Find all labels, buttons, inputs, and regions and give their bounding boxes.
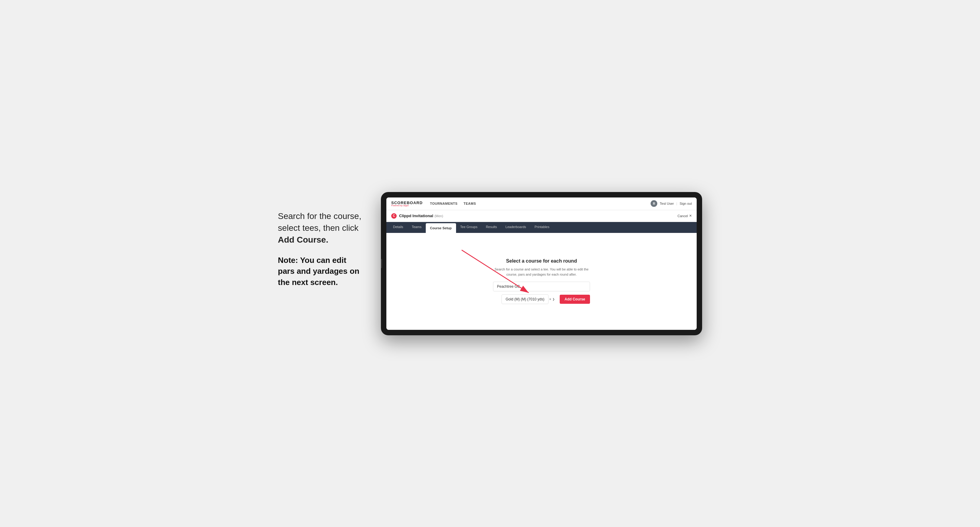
tab-navigation: Details Teams Course Setup Tee Groups Re…	[387, 222, 697, 233]
tab-course-setup[interactable]: Course Setup	[426, 223, 456, 233]
main-content: Select a course for each round Search fo…	[387, 233, 697, 330]
tournament-type: (Men)	[434, 214, 443, 218]
nav-right: R Test User | Sign out	[651, 200, 692, 207]
annotation-panel: Search for the course, select tees, then…	[278, 192, 363, 297]
tab-leaderboards[interactable]: Leaderboards	[501, 222, 530, 233]
course-search-input[interactable]	[493, 282, 590, 291]
tee-select[interactable]: Gold (M) (M) (7010 yds)	[501, 294, 549, 304]
tournament-icon: C	[391, 213, 397, 219]
tab-results[interactable]: Results	[482, 222, 501, 233]
sign-out-link[interactable]: Sign out	[680, 202, 692, 205]
section-title: Select a course for each round	[493, 258, 590, 264]
tablet-screen: SCOREBOARD Powered by clippd TOURNAMENTS…	[387, 197, 697, 330]
cancel-button[interactable]: Cancel ✕	[678, 214, 692, 218]
nav-teams[interactable]: TEAMS	[464, 202, 476, 205]
user-avatar: R	[651, 200, 657, 207]
tab-printables[interactable]: Printables	[530, 222, 554, 233]
section-description: Search for a course and select a tee. Yo…	[493, 267, 590, 277]
annotation-bold: Add Course.	[278, 235, 328, 244]
course-setup-section: Select a course for each round Search fo…	[493, 258, 590, 304]
logo-sub: Powered by clippd	[391, 205, 423, 206]
tournament-name: Clippd Invitational	[399, 214, 433, 218]
annotation-main: Search for the course, select tees, then…	[278, 210, 363, 246]
nav-tournaments[interactable]: TOURNAMENTS	[430, 202, 458, 205]
annotation-note: Note: You can edit pars and yardages on …	[278, 255, 363, 288]
tee-select-wrapper: Gold (M) (M) (7010 yds)	[493, 294, 557, 304]
tab-tee-groups[interactable]: Tee Groups	[456, 222, 482, 233]
tab-teams[interactable]: Teams	[407, 222, 426, 233]
add-course-button[interactable]: Add Course	[560, 295, 590, 304]
user-name: Test User	[660, 202, 674, 205]
top-navigation: SCOREBOARD Powered by clippd TOURNAMENTS…	[387, 197, 697, 210]
nav-links: TOURNAMENTS TEAMS	[430, 202, 476, 205]
tournament-header: C Clippd Invitational (Men) Cancel ✕	[387, 210, 697, 222]
side-button	[381, 259, 382, 268]
tablet-frame: SCOREBOARD Powered by clippd TOURNAMENTS…	[381, 192, 702, 335]
tee-select-row: Gold (M) (M) (7010 yds) Add Course	[493, 294, 590, 304]
tab-details[interactable]: Details	[389, 222, 407, 233]
nav-separator: |	[676, 202, 677, 205]
logo-area: SCOREBOARD Powered by clippd	[391, 200, 423, 206]
page-wrapper: Search for the course, select tees, then…	[278, 192, 702, 335]
